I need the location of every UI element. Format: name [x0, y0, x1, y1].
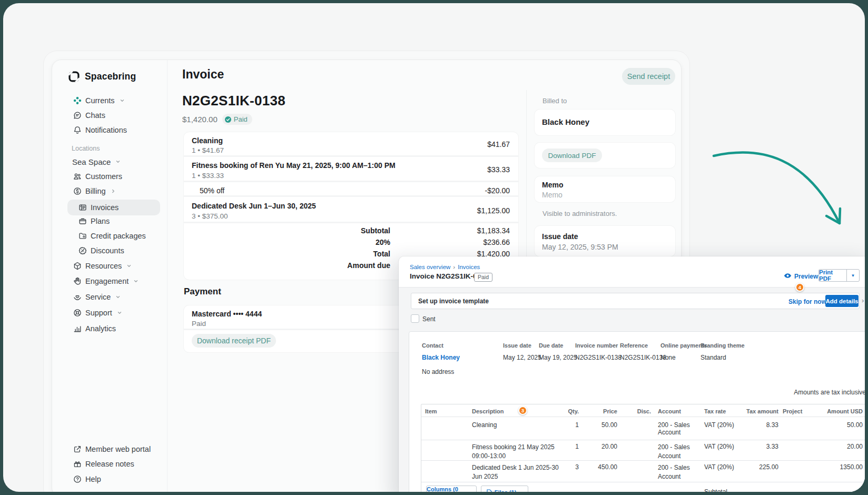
col-header-tax-rate: Tax rate: [704, 408, 726, 414]
col-header-item: Item: [425, 408, 437, 414]
cell-price: 20.00: [601, 443, 617, 450]
cell-tax-rate: VAT (20%): [704, 421, 734, 429]
sidebar-item-support[interactable]: Support: [73, 306, 122, 320]
summary-header: Issue date: [503, 342, 531, 349]
location-selector[interactable]: Sea Space: [72, 155, 121, 169]
brand-name: Spacebring: [85, 71, 136, 82]
print-pdf-button[interactable]: Print PDF ▼: [818, 269, 860, 282]
billed-to-card[interactable]: Black Honey: [535, 110, 675, 135]
sidebar-item-customers[interactable]: Customers: [73, 170, 122, 183]
line-item-amount: $33.33: [487, 165, 510, 174]
cell-account: 200 - Sales Account: [658, 463, 700, 481]
total-label: Total: [373, 250, 390, 258]
chevron-down-icon: [115, 294, 121, 300]
line-items-table: Item Description 3 Qty. Price Disc. Acco…: [421, 404, 865, 492]
sidebar-item-invoices[interactable]: Invoices: [78, 201, 119, 214]
sent-checkbox[interactable]: [411, 314, 419, 323]
cell-description: Cleaning: [472, 421, 561, 429]
sidebar-item-credit-packages[interactable]: Credit packages: [78, 229, 146, 243]
sidebar-item-resources[interactable]: Resources: [73, 259, 132, 273]
sent-label: Sent: [422, 315, 436, 323]
sidebar-item-billing[interactable]: Billing: [73, 184, 116, 198]
chevron-down-icon: [133, 279, 139, 284]
memo-note: Visible to administrators.: [542, 210, 617, 217]
download-receipt-button[interactable]: Download receipt PDF: [192, 334, 276, 348]
col-header-price: Price: [603, 408, 617, 414]
summary-header: Contact: [422, 342, 443, 349]
cell-description: Fitness booking 21 May 2025 09:00-13:00: [472, 443, 556, 461]
cell-qty: 1: [575, 443, 579, 450]
sidebar-item-help[interactable]: Help: [73, 472, 101, 486]
payment-status: Paid: [192, 320, 206, 328]
sidebar-item-service[interactable]: Service: [73, 290, 121, 304]
bell-icon: [73, 125, 82, 135]
billed-to-name: Black Honey: [542, 117, 589, 126]
no-address: No address: [422, 368, 454, 375]
contact-link[interactable]: Black Honey: [422, 354, 460, 361]
preview-link[interactable]: Preview: [794, 273, 818, 280]
help-icon: [73, 474, 82, 484]
banner-text: Set up invoice template: [418, 298, 489, 305]
row-divider: [184, 155, 518, 157]
total-label: Subtotal: [361, 226, 390, 235]
page-canvas: Spacebring Currents Chats Notifications …: [3, 3, 865, 492]
row-divider: [184, 181, 518, 182]
sidebar-item-notifications[interactable]: Notifications: [73, 123, 127, 137]
sidebar-item-engagement[interactable]: Engagement: [73, 274, 139, 288]
external-link-icon: [73, 444, 82, 454]
issue-date-value: May 12, 2025, 9:53 PM: [542, 243, 618, 251]
memo-card[interactable]: Memo Memo: [535, 176, 675, 202]
cell-amount: 1350.00: [840, 463, 863, 471]
banner-next-chevron[interactable]: ›: [862, 296, 864, 304]
col-header-amount: Amount USD: [827, 408, 863, 414]
service-icon: [73, 292, 82, 302]
total-value: $236.66: [483, 238, 510, 246]
print-pdf-dropdown[interactable]: ▼: [846, 270, 859, 281]
col-header-tax-amount: Tax amount: [746, 408, 778, 414]
sidebar-item-analytics[interactable]: Analytics: [73, 322, 116, 335]
invoice-number: N2G2S1IK-0138: [182, 93, 285, 109]
add-details-button[interactable]: Add details: [825, 295, 859, 307]
line-item-details: 1 • $41.67: [192, 146, 224, 154]
cell-tax-amount: 8.33: [766, 421, 778, 429]
file-icon: [487, 489, 492, 492]
row-divider: [184, 222, 518, 223]
send-receipt-button[interactable]: Send receipt: [622, 68, 675, 85]
xero-invoice-detail-card: Contact Issue date Due date Invoice numb…: [409, 331, 865, 492]
files-button[interactable]: Files (1)▼: [481, 486, 528, 492]
locations-section-label: Locations: [72, 145, 100, 152]
setup-step-badge: 4: [795, 283, 804, 292]
cell-tax-rate: VAT (20%): [704, 443, 734, 450]
line-item-amount: $41.67: [487, 140, 510, 148]
sidebar-item-currents[interactable]: Currents: [73, 94, 125, 107]
plans-icon: [78, 216, 87, 226]
sidebar-item-release-notes[interactable]: Release notes: [73, 457, 134, 471]
breadcrumb-invoices[interactable]: Invoices: [458, 264, 480, 270]
sidebar-item-discounts[interactable]: Discounts: [78, 244, 124, 258]
breadcrumb-sales-overview[interactable]: Sales overview: [410, 264, 450, 270]
cell-tax-amount: 225.00: [759, 463, 778, 471]
check-circle-icon: [224, 116, 232, 123]
sidebar-item-member-web-portal[interactable]: Member web portal: [73, 442, 151, 456]
col-header-project: Project: [783, 408, 802, 414]
sidebar-item-plans[interactable]: Plans: [78, 214, 110, 228]
cell-amount: 50.00: [847, 421, 863, 429]
engagement-icon: [73, 276, 82, 286]
billed-to-label: Billed to: [542, 97, 567, 105]
tax-note: Amounts are tax inclusive: [794, 389, 865, 396]
row-divider: [184, 195, 518, 197]
description-step-badge: 3: [518, 406, 527, 415]
breadcrumb: Sales overview › Invoices: [410, 264, 480, 270]
sidebar-item-chats[interactable]: Chats: [73, 108, 105, 122]
cell-qty: 3: [575, 463, 579, 471]
download-pdf-button[interactable]: Download PDF: [542, 148, 602, 162]
chats-icon: [73, 111, 82, 120]
cell-amount: 20.00: [847, 443, 863, 450]
summary-value: N2G2S1IK-0138: [620, 354, 666, 361]
columns-button[interactable]: Columns (0 hidden)▼: [426, 486, 477, 492]
summary-value: May 19, 2025: [539, 354, 577, 361]
cell-tax-amount: 3.33: [766, 443, 778, 450]
discounts-icon: [78, 246, 87, 255]
skip-for-now-link[interactable]: Skip for now: [788, 298, 826, 305]
payment-heading: Payment: [184, 286, 221, 297]
